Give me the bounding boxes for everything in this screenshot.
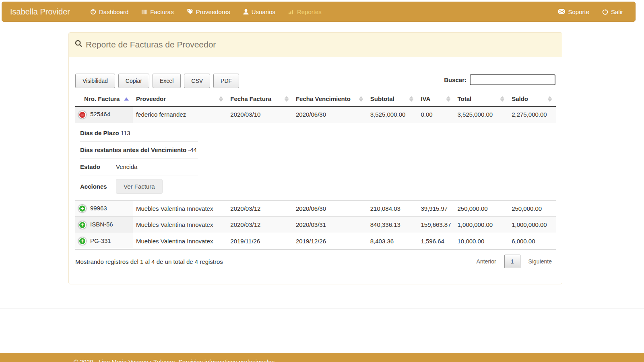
search-area: Buscar: — [444, 74, 555, 85]
pdf-button[interactable]: PDF — [213, 74, 239, 88]
next-page-button[interactable]: Siguiente — [524, 255, 556, 268]
table-row[interactable]: +PG-331 Muebles Valentina Innovatex 2019… — [75, 233, 556, 249]
expand-row-icon[interactable]: + — [78, 221, 86, 229]
copyright-text: © 2020 - Lina Maria Vasquez Zuluaga. Ser… — [74, 358, 275, 362]
excel-button[interactable]: Excel — [153, 74, 181, 88]
expand-row-icon[interactable]: + — [78, 205, 86, 212]
envelope-icon — [558, 9, 565, 14]
report-panel: Reporte de Facturas de Proveedor Visibil… — [68, 32, 562, 284]
table-toolbar: Visibilidad Copiar Excel CSV PDF Buscar: — [75, 74, 555, 88]
detail-item-dias-plazo: Días de Plazo113 — [80, 125, 198, 142]
bar-chart-icon — [288, 9, 294, 15]
brand: Isabella Provider — [10, 7, 70, 16]
nav-item-label: Salir — [611, 8, 623, 15]
sort-both-icon — [500, 96, 504, 102]
main-content: Reporte de Facturas de Proveedor Visibil… — [68, 32, 562, 284]
page-divider — [0, 308, 644, 309]
search-icon — [75, 40, 83, 49]
detail-item-dias-restantes: Días restantes antes del Vencimiento-44 — [80, 142, 198, 158]
page-title: Reporte de Facturas de Proveedor — [86, 40, 216, 49]
col-header-saldo[interactable]: Saldo — [508, 91, 556, 107]
sort-both-icon — [409, 96, 413, 102]
previous-page-button[interactable]: Anterior — [473, 255, 500, 268]
sort-both-icon — [359, 96, 363, 102]
nav-item-label: Soporte — [568, 8, 589, 15]
col-header-fecha-vencimiento[interactable]: Fecha Vencimiento — [293, 91, 367, 107]
col-header-total[interactable]: Total — [454, 91, 509, 107]
sort-both-icon — [285, 96, 289, 102]
col-header-fecha-factura[interactable]: Fecha Factura — [227, 91, 293, 107]
dashboard-icon — [90, 9, 96, 15]
sort-asc-icon — [124, 97, 129, 101]
col-header-nro-factura[interactable]: Nro. Factura — [75, 91, 133, 107]
table-row[interactable]: −525464 federico fernandez 2020/03/10 20… — [75, 107, 556, 123]
table-row[interactable]: +99963 Muebles Valentina Innovatex 2020/… — [75, 200, 556, 217]
sort-both-icon — [446, 96, 450, 102]
nav-item-proveedores[interactable]: Proveedores — [180, 2, 237, 21]
col-header-proveedor[interactable]: Proveedor — [133, 91, 227, 107]
nav-item-usuarios[interactable]: Usuarios — [237, 2, 282, 21]
user-icon — [243, 9, 249, 15]
records-info: Mostrando registros del 1 al 4 de un tot… — [75, 258, 223, 265]
barcode-icon — [141, 9, 147, 15]
ver-factura-button[interactable]: Ver Factura — [116, 179, 163, 194]
sort-both-icon — [219, 96, 223, 102]
navbar: Isabella Provider Dashboard Facturas Pro… — [2, 2, 636, 22]
nav-item-label: Reportes — [297, 8, 322, 15]
panel-heading: Reporte de Facturas de Proveedor — [69, 33, 562, 57]
nav-item-dashboard[interactable]: Dashboard — [84, 2, 135, 21]
nav-item-label: Usuarios — [252, 8, 275, 15]
table-header-row: Nro. Factura Proveedor Fecha Factura Fec… — [75, 91, 556, 107]
table-footer: Mostrando registros del 1 al 4 de un tot… — [75, 249, 556, 268]
search-label: Buscar: — [444, 76, 466, 83]
panel-body: Visibilidad Copiar Excel CSV PDF Buscar: — [69, 57, 562, 284]
collapse-row-icon[interactable]: − — [78, 111, 86, 119]
csv-button[interactable]: CSV — [184, 74, 210, 88]
power-icon — [602, 9, 608, 15]
nav-item-label: Dashboard — [99, 8, 128, 15]
copy-button[interactable]: Copiar — [118, 74, 149, 88]
nav-item-label: Facturas — [150, 8, 173, 15]
nav-menu: Dashboard Facturas Proveedores Usuarios … — [84, 2, 552, 21]
row-detail-list: Días de Plazo113 Días restantes antes de… — [80, 125, 553, 198]
tags-icon — [187, 8, 193, 15]
visibility-button[interactable]: Visibilidad — [75, 74, 115, 88]
page-footer: © 2020 - Lina Maria Vasquez Zuluaga. Ser… — [0, 353, 644, 362]
search-input[interactable] — [470, 74, 555, 85]
detail-item-acciones: AccionesVer Factura — [80, 175, 198, 198]
nav-item-soporte[interactable]: Soporte — [552, 2, 596, 21]
pagination: Anterior 1 Siguiente — [473, 255, 556, 268]
invoices-table: Nro. Factura Proveedor Fecha Factura Fec… — [75, 91, 556, 249]
current-page-button[interactable]: 1 — [504, 255, 520, 268]
export-buttons: Visibilidad Copiar Excel CSV PDF — [75, 74, 239, 88]
table-row[interactable]: +ISBN-56 Muebles Valentina Innovatex 202… — [75, 217, 556, 233]
detail-item-estado: EstadoVencida — [80, 158, 198, 175]
nav-right: Soporte Salir — [552, 2, 630, 21]
nav-item-reportes[interactable]: Reportes — [282, 2, 328, 21]
nav-item-label: Proveedores — [196, 8, 230, 15]
expand-row-icon[interactable]: + — [78, 237, 86, 245]
col-header-iva[interactable]: IVA — [417, 91, 454, 107]
status-value: Vencida — [116, 163, 137, 170]
sort-both-icon — [548, 96, 552, 102]
nav-item-salir[interactable]: Salir — [596, 2, 630, 21]
col-header-subtotal[interactable]: Subtotal — [367, 91, 418, 107]
row-detail: Días de Plazo113 Días restantes antes de… — [75, 123, 556, 201]
nav-item-facturas[interactable]: Facturas — [135, 2, 180, 21]
